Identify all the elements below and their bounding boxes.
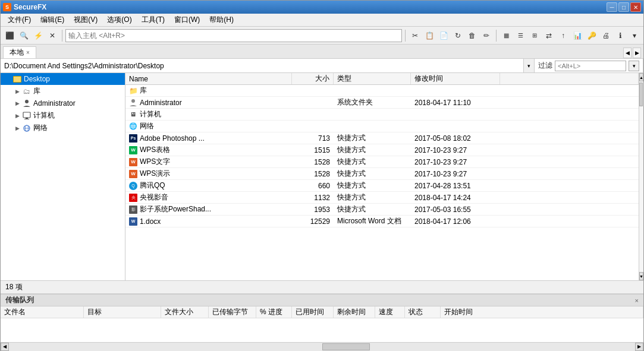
transfer-close-button[interactable]: × bbox=[635, 297, 639, 304]
right-panel: Name 大小 类型 修改时间 📁 库 bbox=[125, 73, 639, 280]
toolbar-btn-4[interactable]: ✕ bbox=[46, 29, 59, 42]
tree-item-network[interactable]: ▶ 网络 bbox=[1, 122, 125, 134]
toolbar-sep-2 bbox=[405, 30, 406, 42]
bottom-scrollbar[interactable]: ◀ ▶ bbox=[1, 342, 643, 350]
tree-item-admin[interactable]: ▶ Administrator bbox=[1, 97, 125, 109]
file-row-admin[interactable]: Administrator 系统文件夹 2018-04-17 11:10 bbox=[125, 97, 639, 109]
toolbar-btn-1[interactable]: ⬛ bbox=[3, 29, 16, 42]
hscroll-right-button[interactable]: ▶ bbox=[635, 343, 643, 351]
toolbar-key[interactable]: 🔑 bbox=[585, 29, 598, 42]
toolbar-sync[interactable]: ⇄ bbox=[542, 29, 555, 42]
toolbar-paste[interactable]: 📄 bbox=[437, 29, 450, 42]
tcol-filename[interactable]: 文件名 bbox=[1, 306, 84, 318]
toolbar-view-list[interactable]: ☰ bbox=[514, 29, 527, 42]
file-name-lib: 📁 库 bbox=[125, 86, 292, 96]
menu-options[interactable]: 选项(O) bbox=[102, 14, 136, 26]
maximize-button[interactable]: □ bbox=[618, 2, 629, 12]
file-row-ps[interactable]: Ps Adobe Photoshop ... 713 快捷方式 2017-05-… bbox=[125, 132, 639, 144]
transfer-section: 传输队列 × 文件名 目标 文件大小 已传输字节 % 进度 已用时间 剩余时间 … bbox=[1, 293, 643, 342]
file-row-qq[interactable]: Q 腾讯QQ 660 快捷方式 2017-04-28 13:51 bbox=[125, 180, 639, 192]
file-name-admin: Administrator bbox=[125, 99, 292, 107]
ps-icon: Ps bbox=[129, 134, 137, 143]
minimize-button[interactable]: ─ bbox=[607, 2, 617, 12]
col-header-size[interactable]: 大小 bbox=[292, 73, 334, 84]
file-row-lib[interactable]: 📁 库 bbox=[125, 85, 639, 97]
svg-rect-7 bbox=[131, 99, 135, 103]
file-row-shadow[interactable]: 影 影子系统PowerShad... 1953 快捷方式 2017-05-03 … bbox=[125, 204, 639, 216]
file-row-computer[interactable]: 🖥 计算机 bbox=[125, 109, 639, 121]
file-row-wps-ppt[interactable]: W WPS演示 1528 快捷方式 2017-10-23 9:27 bbox=[125, 168, 639, 180]
path-dropdown-button[interactable]: ▾ bbox=[523, 59, 534, 72]
toolbar-copy[interactable]: 📋 bbox=[423, 29, 436, 42]
file-row-network[interactable]: 🌐 网络 bbox=[125, 121, 639, 132]
toolbar-up[interactable]: ↑ bbox=[557, 29, 570, 42]
filter-label: 过滤 bbox=[538, 61, 552, 71]
file-row-wps-word[interactable]: W WPS文字 1528 快捷方式 2017-10-23 9:27 bbox=[125, 156, 639, 168]
hscroll-thumb[interactable] bbox=[322, 343, 370, 350]
toolbar-btn-3[interactable]: ⚡ bbox=[32, 29, 45, 42]
scroll-thumb[interactable] bbox=[639, 83, 643, 106]
tab-local[interactable]: 本地 × bbox=[3, 46, 36, 58]
menu-tools[interactable]: 工具(T) bbox=[137, 14, 169, 26]
lib-icon: 🗂 bbox=[22, 87, 32, 96]
toolbar-cut[interactable]: ✂ bbox=[409, 29, 422, 42]
menu-help[interactable]: 帮助(H) bbox=[205, 14, 238, 26]
tcol-speed[interactable]: 速度 bbox=[375, 306, 405, 318]
toolbar-info[interactable]: ℹ bbox=[614, 29, 627, 42]
tree-item-lib[interactable]: ▶ 🗂 库 bbox=[1, 85, 125, 97]
toolbar-print[interactable]: 🖨 bbox=[599, 29, 612, 42]
tcol-status[interactable]: 状态 bbox=[405, 306, 441, 318]
menu-window[interactable]: 窗口(W) bbox=[169, 14, 205, 26]
file-size-wps-word: 1528 bbox=[292, 158, 334, 166]
tcol-progress[interactable]: % 进度 bbox=[256, 306, 292, 318]
toolbar-rename[interactable]: ✏ bbox=[480, 29, 493, 42]
file-size-ps: 713 bbox=[292, 134, 334, 143]
tcol-starttime[interactable]: 开始时间 bbox=[441, 306, 643, 318]
admin-icon bbox=[22, 99, 32, 108]
file-row-wps-table[interactable]: W WPS表格 1515 快捷方式 2017-10-23 9:27 bbox=[125, 144, 639, 156]
menu-view[interactable]: 视图(V) bbox=[69, 14, 102, 26]
tcol-transferred[interactable]: 已传输字节 bbox=[209, 306, 256, 318]
tree-label-lib: 库 bbox=[33, 86, 40, 96]
close-button[interactable]: ✕ bbox=[630, 2, 641, 12]
col-header-date[interactable]: 修改时间 bbox=[411, 73, 500, 84]
transfer-header: 传输队列 × bbox=[1, 295, 643, 306]
tab-scroll-right[interactable]: ▶ bbox=[633, 48, 641, 58]
toolbar-view-icon[interactable]: ⊞ bbox=[528, 29, 541, 42]
tab-close-icon[interactable]: × bbox=[26, 49, 30, 56]
path-bar: ▾ 过滤 ▾ bbox=[1, 59, 643, 73]
file-row-docx[interactable]: W 1.docx 12529 Microsoft Word 文档 2018-04… bbox=[125, 216, 639, 227]
toolbar-refresh[interactable]: ↻ bbox=[451, 29, 464, 42]
file-date-qq: 2017-04-28 13:51 bbox=[411, 182, 500, 190]
filter-dropdown-button[interactable]: ▾ bbox=[629, 61, 639, 71]
menu-edit[interactable]: 编辑(E) bbox=[36, 14, 69, 26]
tcol-used[interactable]: 已用时间 bbox=[292, 306, 334, 318]
tcol-filesize[interactable]: 文件大小 bbox=[161, 306, 209, 318]
address-input[interactable] bbox=[65, 29, 402, 42]
right-scrollbar[interactable]: ▲ ▼ bbox=[639, 73, 643, 280]
file-type-qq: 快捷方式 bbox=[334, 181, 411, 191]
tcol-target[interactable]: 目标 bbox=[84, 306, 161, 318]
filter-input[interactable] bbox=[555, 61, 626, 71]
toolbar-props[interactable]: 📊 bbox=[571, 29, 584, 42]
tcol-remaining[interactable]: 剩余时间 bbox=[334, 306, 375, 318]
file-date-ps: 2017-05-08 18:02 bbox=[411, 134, 500, 143]
file-row-tv[interactable]: 央 央视影音 1132 快捷方式 2018-04-17 14:24 bbox=[125, 192, 639, 204]
computer-icon bbox=[22, 111, 32, 121]
tab-scroll-left[interactable]: ◀ bbox=[623, 48, 632, 58]
toolbar-more[interactable]: ▾ bbox=[628, 29, 641, 42]
menu-file[interactable]: 文件(F) bbox=[3, 14, 36, 26]
tree-item-computer[interactable]: ▶ 计算机 bbox=[1, 109, 125, 122]
col-header-name[interactable]: Name bbox=[125, 73, 292, 84]
scroll-up-button[interactable]: ▲ bbox=[639, 73, 643, 81]
hscroll-left-button[interactable]: ◀ bbox=[1, 343, 9, 351]
svg-rect-2 bbox=[26, 118, 28, 119]
toolbar-view-detail[interactable]: ▦ bbox=[500, 29, 513, 42]
tree-item-desktop[interactable]: Desktop bbox=[1, 73, 125, 85]
toolbar-delete[interactable]: 🗑 bbox=[466, 29, 479, 42]
col-header-type[interactable]: 类型 bbox=[334, 73, 411, 84]
toolbar-btn-2[interactable]: 🔍 bbox=[17, 29, 30, 42]
file-date-wps-word: 2017-10-23 9:27 bbox=[411, 158, 500, 166]
scroll-down-button[interactable]: ▼ bbox=[639, 272, 643, 280]
path-input[interactable] bbox=[1, 59, 523, 72]
